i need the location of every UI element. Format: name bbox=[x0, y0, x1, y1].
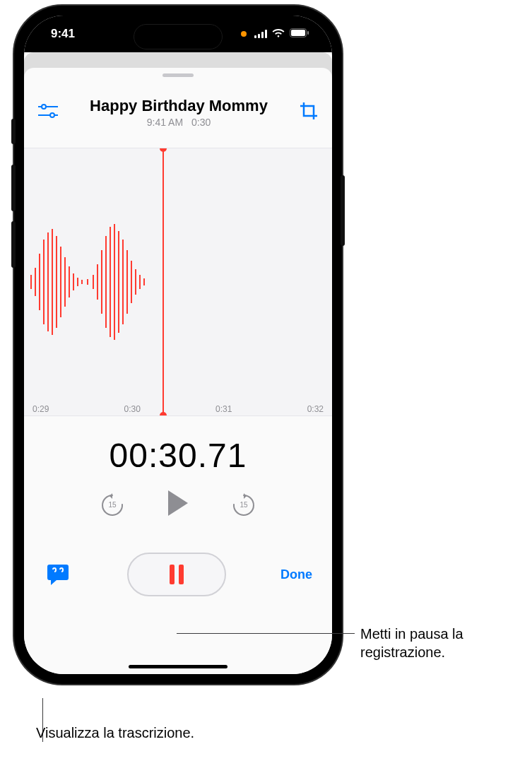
tick-label: 0:32 bbox=[307, 404, 324, 414]
svg-rect-35 bbox=[179, 565, 184, 584]
callout-pause: Metti in pausa la registrazione. bbox=[177, 625, 463, 661]
callout-text: Visualizza la trascrizione. bbox=[36, 724, 194, 742]
wifi-icon bbox=[272, 28, 285, 40]
trim-icon[interactable] bbox=[300, 102, 318, 123]
recording-title[interactable]: Happy Birthday Mommy bbox=[58, 97, 300, 115]
done-button[interactable]: Done bbox=[280, 567, 312, 582]
dynamic-island bbox=[134, 24, 223, 49]
timeline-ticks: 0:29 0:30 0:31 0:32 bbox=[24, 404, 332, 414]
tick-label: 0:31 bbox=[215, 404, 232, 414]
battery-icon bbox=[290, 28, 309, 40]
svg-point-4 bbox=[42, 105, 46, 109]
bottom-controls: Done bbox=[24, 553, 332, 596]
svg-rect-1 bbox=[291, 30, 305, 36]
pause-recording-button[interactable] bbox=[127, 553, 226, 596]
settings-icon[interactable] bbox=[38, 104, 58, 121]
status-time: 9:41 bbox=[51, 27, 75, 41]
title-block: Happy Birthday Mommy 9:41 AM 0:30 bbox=[58, 97, 300, 128]
home-indicator[interactable] bbox=[129, 665, 227, 668]
side-button-vol-up bbox=[11, 165, 16, 211]
svg-rect-2 bbox=[307, 31, 309, 35]
playback-controls: 15 15 bbox=[24, 489, 332, 520]
waveform-icon bbox=[24, 211, 165, 353]
play-button[interactable] bbox=[166, 489, 190, 520]
status-right bbox=[241, 28, 309, 40]
phone-frame: 9:41 bbox=[14, 6, 342, 684]
skip-back-amount: 15 bbox=[108, 501, 116, 509]
side-button-power bbox=[341, 175, 345, 246]
recording-indicator-dot bbox=[241, 31, 247, 37]
recording-time: 9:41 AM bbox=[147, 117, 183, 128]
side-button-vol-down bbox=[11, 221, 16, 268]
recording-subtitle: 9:41 AM 0:30 bbox=[58, 117, 300, 128]
skip-forward-15-button[interactable]: 15 bbox=[230, 490, 258, 519]
playhead-indicator[interactable] bbox=[162, 148, 164, 415]
side-button-silence bbox=[11, 119, 16, 144]
header-row: Happy Birthday Mommy 9:41 AM 0:30 bbox=[24, 77, 332, 128]
tick-label: 0:30 bbox=[124, 404, 141, 414]
recording-sheet: Happy Birthday Mommy 9:41 AM 0:30 bbox=[24, 68, 332, 674]
screen: 9:41 bbox=[24, 16, 332, 674]
callout-transcript: Visualizza la trascrizione. bbox=[42, 690, 194, 742]
cellular-signal-icon bbox=[254, 30, 267, 38]
callout-text: Metti in pausa la registrazione. bbox=[360, 625, 463, 661]
svg-point-6 bbox=[50, 113, 54, 117]
tick-label: 0:29 bbox=[32, 404, 49, 414]
callout-line bbox=[177, 633, 355, 634]
status-bar: 9:41 bbox=[24, 16, 332, 52]
waveform-area[interactable]: 0:29 0:30 0:31 0:32 bbox=[24, 148, 332, 416]
skip-back-15-button[interactable]: 15 bbox=[98, 490, 126, 519]
elapsed-timer: 00:30.71 bbox=[24, 436, 332, 475]
svg-rect-34 bbox=[170, 565, 175, 584]
recording-duration: 0:30 bbox=[189, 117, 211, 128]
skip-forward-amount: 15 bbox=[240, 501, 247, 509]
transcript-button[interactable] bbox=[44, 560, 72, 589]
